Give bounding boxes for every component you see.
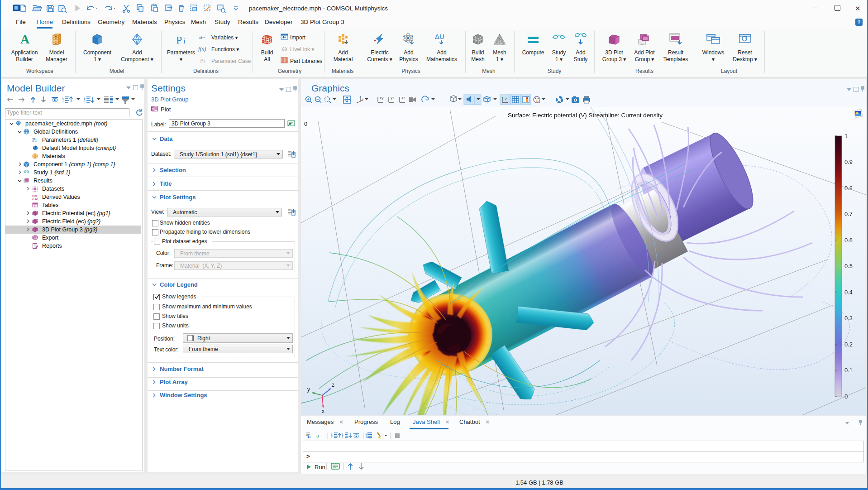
svg-text:Pі: Pі xyxy=(32,137,37,143)
svg-text:0: 0 xyxy=(844,393,848,400)
svg-text:f(x): f(x) xyxy=(198,46,206,52)
svg-text:x: x xyxy=(322,408,324,414)
svg-text:0.3: 0.3 xyxy=(844,315,853,322)
svg-text:8.85: 8.85 xyxy=(32,194,38,197)
svg-text:0.1: 0.1 xyxy=(844,367,853,374)
svg-text:P: P xyxy=(176,34,182,46)
svg-text:e-12: e-12 xyxy=(32,197,38,200)
svg-text:z: z xyxy=(332,382,334,388)
svg-text:a=: a= xyxy=(199,34,205,40)
svg-text:A: A xyxy=(20,33,30,46)
svg-text:−: − xyxy=(383,34,386,39)
svg-text:0: 0 xyxy=(304,120,307,127)
svg-text:0.5: 0.5 xyxy=(844,263,853,269)
svg-text:0.6: 0.6 xyxy=(844,237,853,244)
svg-text:+: + xyxy=(374,38,376,43)
svg-text:0.4: 0.4 xyxy=(844,289,853,296)
svg-text:xz: xz xyxy=(401,96,405,100)
svg-text:yz: yz xyxy=(391,96,395,100)
svg-text:Pі: Pі xyxy=(200,58,205,64)
svg-text:a=: a= xyxy=(316,432,322,439)
svg-text:0.7: 0.7 xyxy=(844,211,853,217)
svg-text:0.9: 0.9 xyxy=(844,159,853,165)
svg-text:1: 1 xyxy=(844,133,848,139)
svg-text:0.8: 0.8 xyxy=(844,185,853,192)
svg-text:xy: xy xyxy=(380,96,384,100)
svg-text:0.2: 0.2 xyxy=(844,341,853,348)
svg-text:i: i xyxy=(183,37,186,45)
svg-text:ΔU: ΔU xyxy=(435,33,444,40)
svg-text:y: y xyxy=(307,386,310,393)
svg-text:Surface: Electric potential (V: Surface: Electric potential (V) Streamli… xyxy=(508,112,663,119)
